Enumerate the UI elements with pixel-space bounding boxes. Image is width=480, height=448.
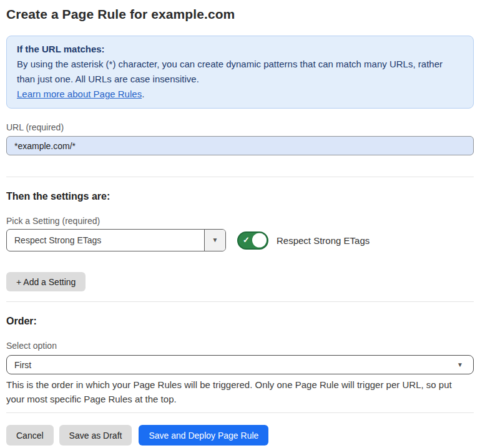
order-select-value: First	[7, 360, 457, 370]
settings-section-heading: Then the settings are:	[6, 191, 474, 202]
info-box-body: By using the asterisk (*) character, you…	[17, 57, 463, 102]
url-match-info-box: If the URL matches: By using the asteris…	[6, 36, 474, 109]
check-icon: ✓	[243, 236, 250, 244]
setting-toggle-label: Respect Strong ETags	[277, 235, 370, 246]
order-select-label: Select option	[6, 341, 474, 351]
setting-dropdown-arrow-button[interactable]: ▼	[204, 230, 225, 251]
save-as-draft-button[interactable]: Save as Draft	[59, 425, 132, 446]
add-setting-button[interactable]: + Add a Setting	[6, 272, 86, 291]
order-section-heading: Order:	[6, 316, 474, 327]
divider	[6, 301, 474, 302]
url-input[interactable]	[6, 136, 474, 155]
info-box-heading: If the URL matches:	[17, 42, 463, 57]
divider	[6, 177, 474, 177]
action-buttons-row: Cancel Save as Draft Save and Deploy Pag…	[6, 425, 474, 446]
url-field-label: URL (required)	[6, 122, 474, 132]
caret-down-icon: ▼	[457, 362, 463, 368]
learn-more-link[interactable]: Learn more about Page Rules	[17, 89, 142, 99]
setting-toggle[interactable]: ✓	[237, 231, 268, 250]
toggle-knob	[252, 233, 267, 248]
cancel-button[interactable]: Cancel	[6, 425, 54, 446]
chevron-down-icon: ▼	[212, 237, 218, 243]
setting-dropdown[interactable]: Respect Strong ETags ▼	[6, 229, 226, 251]
save-and-deploy-button[interactable]: Save and Deploy Page Rule	[139, 425, 268, 446]
page-title: Create a Page Rule for example.com	[6, 6, 474, 23]
divider	[6, 412, 474, 413]
setting-dropdown-value: Respect Strong ETags	[7, 230, 204, 251]
link-suffix: .	[142, 89, 144, 99]
order-help-text: This is the order in which your Page Rul…	[6, 377, 468, 406]
order-select[interactable]: First ▼	[6, 355, 474, 374]
info-box-body-text: By using the asterisk (*) character, you…	[17, 59, 443, 84]
settings-row: Respect Strong ETags ▼ ✓ Respect Strong …	[6, 229, 474, 251]
setting-picker-label: Pick a Setting (required)	[6, 216, 474, 226]
